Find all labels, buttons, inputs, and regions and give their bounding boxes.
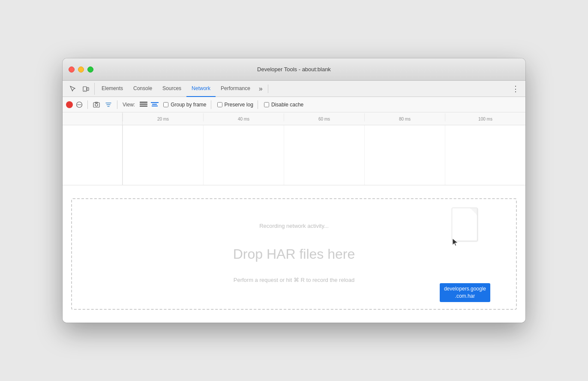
toolbar-separator-3 <box>211 100 211 109</box>
inspect-element-button[interactable] <box>67 83 79 95</box>
file-page <box>452 208 477 241</box>
tabs-separator <box>268 85 268 93</box>
devtools-more-button[interactable]: ⋮ <box>507 84 524 94</box>
svg-rect-5 <box>93 103 99 107</box>
tab-network[interactable]: Network <box>186 81 216 97</box>
disable-cache-option[interactable]: Disable cache <box>264 102 303 108</box>
tick-40ms: 40 ms <box>203 113 284 121</box>
waterfall-col-5 <box>445 125 525 185</box>
drop-har-text: Drop HAR files here <box>233 246 355 262</box>
timeline-header: 20 ms 40 ms 60 ms 80 ms 100 ms <box>63 112 525 125</box>
tab-performance[interactable]: Performance <box>216 81 255 97</box>
toolbar-separator-2 <box>117 100 117 109</box>
waterfall-col-3 <box>284 125 364 185</box>
tabs-overflow-button[interactable]: » <box>255 85 266 93</box>
toolbar-icon-group <box>64 83 95 95</box>
tick-20ms: 20 ms <box>123 113 203 121</box>
timeline-ticks: 20 ms 40 ms 60 ms 80 ms 100 ms <box>123 113 525 124</box>
disable-cache-checkbox[interactable] <box>264 102 269 107</box>
tick-100ms: 100 ms <box>445 113 525 121</box>
waterfall-view-button[interactable] <box>150 100 160 110</box>
title-bar: Developer Tools - about:blank <box>63 58 525 81</box>
file-corner <box>470 208 477 215</box>
waterfall-col-2 <box>203 125 284 185</box>
timeline-left-spacer <box>63 112 123 125</box>
clear-button[interactable] <box>75 100 84 109</box>
filter-button[interactable] <box>103 100 114 110</box>
preserve-log-option[interactable]: Preserve log <box>217 102 253 108</box>
view-toggle <box>138 100 160 110</box>
maximize-button[interactable] <box>87 67 93 73</box>
record-button[interactable] <box>66 101 73 108</box>
toolbar-separator-1 <box>87 100 88 109</box>
window-title: Developer Tools - about:blank <box>257 66 331 73</box>
har-tooltip-line2: .com.har <box>444 293 486 300</box>
svg-point-6 <box>95 103 98 106</box>
group-by-frame-checkbox[interactable] <box>163 102 168 107</box>
tab-elements[interactable]: Elements <box>96 81 128 97</box>
har-tooltip-line1: developers.google <box>444 285 486 293</box>
waterfall-col-1 <box>123 125 203 185</box>
minimize-button[interactable] <box>78 67 84 73</box>
traffic-lights <box>69 67 93 73</box>
camera-button[interactable] <box>91 100 102 110</box>
device-toolbar-button[interactable] <box>80 83 92 95</box>
record-hint-text: Perform a request or hit ⌘ R to record t… <box>234 277 355 283</box>
svg-rect-1 <box>87 88 89 91</box>
svg-rect-8 <box>140 102 147 103</box>
tab-console[interactable]: Console <box>128 81 157 97</box>
preserve-log-checkbox[interactable] <box>217 102 222 107</box>
svg-rect-10 <box>140 106 147 107</box>
har-file-icon <box>452 208 482 246</box>
list-view-button[interactable] <box>138 100 149 110</box>
view-label: View: <box>123 102 135 108</box>
devtools-window: Developer Tools - about:blank Elements C… <box>63 58 525 323</box>
close-button[interactable] <box>69 67 75 73</box>
cursor-icon <box>452 238 459 250</box>
toolbar-separator-4 <box>258 100 258 109</box>
har-tooltip: developers.google .com.har <box>440 283 490 302</box>
har-drop-zone[interactable]: Recording network activity... Drop HAR f… <box>71 198 517 310</box>
network-toolbar: View: Group by frame <box>63 97 525 112</box>
drop-area: Recording network activity... Drop HAR f… <box>63 185 525 323</box>
waterfall-area <box>63 125 525 185</box>
tick-80ms: 80 ms <box>364 113 445 121</box>
devtools-tab-bar: Elements Console Sources Network Perform… <box>63 81 525 97</box>
waterfall-col-4 <box>364 125 445 185</box>
waterfall-grid <box>123 125 525 185</box>
recording-text: Recording network activity... <box>259 223 329 229</box>
waterfall-left-col <box>63 125 123 185</box>
group-by-frame-option[interactable]: Group by frame <box>163 102 206 108</box>
tab-sources[interactable]: Sources <box>157 81 186 97</box>
svg-rect-9 <box>140 103 147 105</box>
tick-60ms: 60 ms <box>284 113 364 121</box>
